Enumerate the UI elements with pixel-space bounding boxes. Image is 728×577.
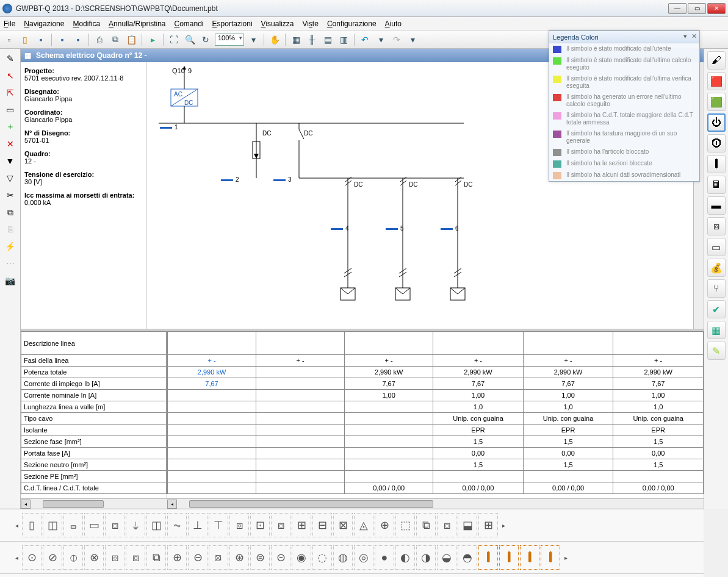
data-cell[interactable] <box>168 482 256 494</box>
data-cell[interactable]: 1,5 <box>433 436 524 448</box>
settings-icon[interactable]: ╫ <box>305 33 319 46</box>
data-cell[interactable]: 2,990 kW <box>433 367 524 378</box>
zoomfit-icon[interactable]: ⛶ <box>167 33 181 46</box>
data-cell[interactable] <box>256 448 345 459</box>
palette-item[interactable]: ⏚ <box>126 513 145 537</box>
minimize-button[interactable]: — <box>668 3 687 14</box>
cut-icon[interactable]: ✂ <box>3 188 18 202</box>
copy2-icon[interactable]: ⧉ <box>3 205 18 220</box>
palette-item[interactable]: ◐ <box>395 545 415 570</box>
data-cell[interactable]: 2,990 kW <box>345 367 433 378</box>
menu-modifica[interactable]: Modifica <box>73 20 100 28</box>
data-cell[interactable] <box>345 413 433 425</box>
palette-right-arrow[interactable]: ▸ <box>499 513 508 537</box>
data-cell[interactable] <box>168 436 256 448</box>
menu-comandi[interactable]: Comandi <box>175 20 204 28</box>
table-data[interactable]: + -+ -+ -+ -+ -+ -2,990 kW2,990 kW2,990 … <box>167 331 704 494</box>
palette-item[interactable]: ▭ <box>84 513 104 537</box>
zoom-icon[interactable]: 🔍 <box>183 33 196 46</box>
tool-breaker-icon[interactable]: ⏻ <box>707 113 726 132</box>
select-icon[interactable]: ▭ <box>3 102 18 117</box>
tool-check-icon[interactable]: ✔ <box>707 300 726 318</box>
data-cell[interactable]: 2,990 kW <box>613 367 704 378</box>
data-cell[interactable]: + - <box>613 355 704 367</box>
tool-trafo-icon[interactable]: ⧇ <box>707 217 726 235</box>
tool-fuse-icon[interactable]: ⏽ <box>707 155 726 173</box>
palette-left-arrow[interactable]: ◂ <box>12 545 21 570</box>
palette-item[interactable]: ⊤ <box>209 513 228 537</box>
palette-item[interactable]: ⧈ <box>105 513 124 537</box>
data-cell[interactable] <box>345 448 433 459</box>
menu-configurazione[interactable]: Configurazione <box>327 20 377 28</box>
palette-item[interactable]: ⧉ <box>416 513 436 537</box>
data-cell[interactable] <box>168 425 256 436</box>
palette-item[interactable]: ⏛ <box>63 513 83 537</box>
props-icon[interactable]: ▥ <box>337 33 350 46</box>
palette-item[interactable]: ⊛ <box>229 545 249 570</box>
palette-item[interactable]: ◍ <box>333 545 353 570</box>
data-cell[interactable] <box>256 471 345 482</box>
data-cell[interactable] <box>256 378 345 390</box>
palette-item[interactable]: ⊖ <box>188 545 207 570</box>
data-cell[interactable]: 0,00 / 0,00 <box>345 482 433 494</box>
legend-pin-icon[interactable]: ▾ <box>683 32 687 40</box>
save-icon[interactable]: ▪ <box>34 33 48 46</box>
data-cell[interactable] <box>523 471 613 482</box>
data-cell[interactable] <box>168 401 256 413</box>
palette-item[interactable]: ⊗ <box>84 545 104 570</box>
palette-item[interactable]: ⊥ <box>188 513 207 537</box>
data-cell[interactable]: 0,00 / 0,00 <box>613 482 704 494</box>
table-right-hscroll[interactable]: ◂ <box>167 498 704 509</box>
data-cell[interactable] <box>345 425 433 436</box>
palette-item[interactable]: ◫ <box>43 513 62 537</box>
data-cell[interactable] <box>168 390 256 401</box>
grid-icon[interactable]: ▦ <box>289 33 303 46</box>
data-cell[interactable]: 0,00 / 0,00 <box>523 482 613 494</box>
palette-item[interactable]: ⊜ <box>250 545 270 570</box>
palette-item[interactable]: ◉ <box>292 545 311 570</box>
data-cell[interactable]: 1,5 <box>613 436 704 448</box>
data-cell[interactable]: + - <box>345 355 433 367</box>
menu-viste[interactable]: Viste <box>302 20 318 28</box>
palette-item[interactable]: ◓ <box>458 545 477 570</box>
plug-icon[interactable]: ⚡ <box>3 239 18 254</box>
data-cell[interactable]: 2,990 kW <box>523 367 613 378</box>
palette-item-dc[interactable]: ⏽ <box>520 545 539 570</box>
palette-item[interactable]: ⊞ <box>478 513 498 537</box>
tool-switch-icon[interactable]: ⏼ <box>707 134 726 152</box>
data-cell[interactable] <box>168 459 256 471</box>
data-cell[interactable]: Unip. con guaina <box>523 413 613 425</box>
data-cell[interactable] <box>168 448 256 459</box>
data-cell[interactable] <box>345 459 433 471</box>
data-cell[interactable]: 7,67 <box>613 378 704 390</box>
legend-close-icon[interactable]: ✕ <box>691 32 697 40</box>
zoom-combo[interactable]: 100% <box>215 34 244 46</box>
paste2-icon[interactable]: ⎘ <box>3 222 18 237</box>
palette-item-dc[interactable]: ⏽ <box>478 545 498 570</box>
data-cell[interactable]: + - <box>256 355 345 367</box>
data-cell[interactable]: 7,67 <box>523 378 613 390</box>
palette-item[interactable]: ⊟ <box>312 513 332 537</box>
data-cell[interactable] <box>256 482 345 494</box>
print-icon[interactable]: ⎙ <box>93 33 106 46</box>
palette-item[interactable]: ◌ <box>312 545 332 570</box>
palette-item[interactable]: ◫ <box>146 513 166 537</box>
palette-left-arrow[interactable]: ◂ <box>12 513 21 537</box>
data-cell[interactable] <box>433 332 524 355</box>
data-cell[interactable]: 1,0 <box>433 401 524 413</box>
data-cell[interactable]: 1,00 <box>433 390 524 401</box>
palette-item[interactable]: ⧇ <box>105 545 124 570</box>
open-icon[interactable]: ▯ <box>18 33 32 46</box>
data-cell[interactable]: EPR <box>613 425 704 436</box>
data-cell[interactable]: EPR <box>433 425 524 436</box>
redo-icon[interactable]: ↷ <box>390 33 403 46</box>
data-cell[interactable] <box>433 471 524 482</box>
data-cell[interactable]: 1,00 <box>345 390 433 401</box>
palette-item[interactable]: ⏦ <box>167 513 187 537</box>
data-cell[interactable]: 7,67 <box>168 378 256 390</box>
copy-icon[interactable]: ⧉ <box>109 33 122 46</box>
data-cell[interactable]: 1,00 <box>613 390 704 401</box>
marker-icon[interactable]: ▽ <box>3 171 18 185</box>
flag-icon[interactable]: ▼ <box>3 154 18 168</box>
menu-navigazione[interactable]: Navigazione <box>24 20 64 28</box>
